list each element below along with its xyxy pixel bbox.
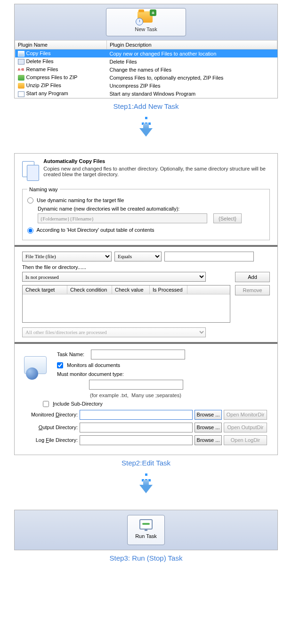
monitors-all-checkbox[interactable] <box>57 362 63 368</box>
arrow-icon <box>0 115 292 137</box>
browse-monitored-button[interactable]: Browse ... <box>195 410 222 420</box>
step3-panel: Run Task <box>14 510 278 550</box>
open-logdir-button[interactable]: Open LogDir <box>224 435 267 445</box>
col-check-val: Check value <box>112 285 150 294</box>
select-button[interactable]: {Select} <box>213 213 242 223</box>
col-is-processed: Is Processed <box>150 285 187 294</box>
include-sub-checkbox[interactable] <box>43 401 49 407</box>
rule-list[interactable]: Check target Check condition Check value… <box>22 285 230 323</box>
table-row[interactable]: Unzip ZIP Files Uncompress ZIP Files <box>15 82 277 90</box>
arrow-icon <box>0 472 292 493</box>
table-row[interactable]: A·BRename Files Change the names of File… <box>15 65 277 73</box>
dynamic-label: Dynamic name (new directories will be cr… <box>38 206 265 212</box>
step1-panel: + New Task Plugin Name Plugin Descriptio… <box>14 4 278 98</box>
delete-icon <box>18 59 24 65</box>
table-row[interactable]: Compress Files to ZIP Compress Files to,… <box>15 73 277 82</box>
copy-desc: Copies new and changed fles to another d… <box>43 166 270 177</box>
task-name-label: Task Name: <box>57 351 89 357</box>
program-icon <box>18 91 24 97</box>
table-row[interactable]: Start any Program Start any standard Win… <box>15 90 277 98</box>
must-monitor-label: Must monitor document type: <box>57 371 124 377</box>
step2-caption: Step2:Edit Task <box>0 459 292 467</box>
monitor-folder-icon <box>24 353 50 380</box>
then-label: Then the file or directory...... <box>22 264 270 270</box>
open-monitordir-button[interactable]: Open MonitorDir <box>224 410 267 420</box>
doc-type-input[interactable] <box>89 380 183 390</box>
monitor-icon <box>139 519 153 530</box>
rename-icon: A·B <box>18 67 24 73</box>
copy-icon <box>18 51 24 57</box>
copy-files-icon <box>22 158 38 182</box>
filter-value-input[interactable] <box>164 252 254 261</box>
new-task-label: New Task <box>106 26 186 32</box>
all-other-combo[interactable]: All other files/directories are processe… <box>22 327 206 337</box>
monitored-dir-input[interactable] <box>80 410 193 420</box>
folder-new-icon: + <box>138 11 154 24</box>
step3-caption: Step3: Run (Stop) Task <box>0 554 292 562</box>
example-hint: (for example .txt, Many use ;separates) <box>90 392 181 398</box>
divider <box>15 342 277 344</box>
table-row[interactable]: Copy Files Copy new or changed Files to … <box>15 49 277 58</box>
col-check-target: Check target <box>23 285 67 294</box>
col-check-cond: Check condition <box>67 285 112 294</box>
log-dir-input[interactable] <box>80 435 193 445</box>
naming-legend: Naming way <box>27 187 60 192</box>
new-task-area: + New Task <box>15 4 277 40</box>
filter-field-combo[interactable]: File Title (file) <box>22 252 112 261</box>
task-name-input[interactable] <box>91 350 185 359</box>
step2-panel: Automatically Copy Files Copies new and … <box>14 153 278 455</box>
radio-hotdir[interactable] <box>27 228 33 234</box>
unzip-icon <box>18 83 24 89</box>
plugin-table: Plugin Name Plugin Description Copy File… <box>15 40 277 98</box>
output-dir-input[interactable] <box>80 423 193 432</box>
then-action-combo[interactable]: Is not processed <box>22 272 206 282</box>
col-plugin-desc[interactable]: Plugin Description <box>106 41 277 49</box>
step1-caption: Step1:Add New Task <box>0 102 292 110</box>
run-task-label: Run Task <box>128 533 164 539</box>
open-outputdir-button[interactable]: Open OutputDir <box>224 423 267 432</box>
col-plugin-name[interactable]: Plugin Name <box>15 41 107 49</box>
radio-dynamic[interactable] <box>27 197 33 204</box>
copy-title: Automatically Copy Files <box>43 158 270 164</box>
table-row[interactable]: Delete Files Delete Files <box>15 57 277 65</box>
compress-icon <box>18 75 24 81</box>
naming-fieldset: Naming way Use dynamic naming for the ta… <box>22 187 270 240</box>
browse-output-button[interactable]: Browse ... <box>195 423 222 432</box>
dynamic-name-input[interactable] <box>38 213 207 223</box>
run-task-button[interactable]: Run Task <box>127 515 165 545</box>
new-task-button[interactable]: + New Task <box>106 8 186 36</box>
browse-log-button[interactable]: Browse ... <box>195 435 222 445</box>
remove-button[interactable]: Remove <box>235 285 270 295</box>
filter-op-combo[interactable]: Equals <box>114 252 162 261</box>
add-button[interactable]: Add <box>235 272 270 282</box>
divider <box>15 245 277 247</box>
